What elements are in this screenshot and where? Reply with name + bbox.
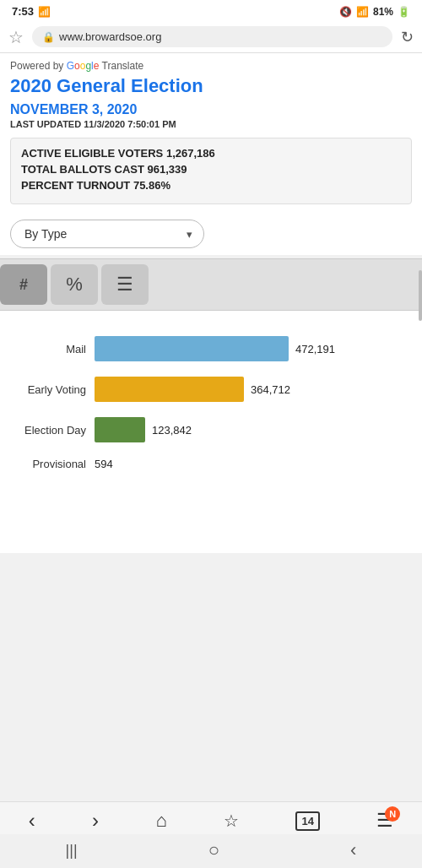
chart-bar-container: 472,191 bbox=[95, 336, 412, 361]
address-bar: ☆ 🔒 www.browardsoe.org ↻ bbox=[0, 21, 422, 53]
chart-bar-container: 594 bbox=[95, 458, 412, 470]
dropdown-section: By Type By Party By Gender By Age ▾ bbox=[10, 213, 412, 255]
wifi-icon: 📶 bbox=[356, 6, 369, 18]
menu-button[interactable]: ☰ N bbox=[376, 810, 393, 832]
forward-button[interactable]: › bbox=[92, 809, 99, 833]
chart-bar-label: Mail bbox=[10, 343, 95, 355]
status-time: 7:53 📶 bbox=[12, 5, 51, 18]
chart-bar-value: 123,842 bbox=[152, 424, 192, 437]
favorite-icon[interactable]: ☆ bbox=[8, 27, 24, 47]
bookmark-button[interactable]: ☆ bbox=[224, 811, 239, 831]
percent-turnout-value: 75.86% bbox=[133, 179, 170, 192]
status-right: 🔇 📶 81% 🔋 bbox=[339, 6, 410, 18]
url-box[interactable]: 🔒 www.browardsoe.org bbox=[32, 26, 392, 47]
ballots-cast-label: TOTAL BALLOTS CAST bbox=[21, 163, 144, 176]
tab-list[interactable]: ☰ bbox=[101, 264, 149, 305]
ballots-cast-row: TOTAL BALLOTS CAST 961,339 bbox=[21, 163, 401, 176]
reload-icon[interactable]: ↻ bbox=[401, 28, 414, 46]
home-button[interactable]: ⌂ bbox=[155, 810, 166, 832]
home-gesture-icon[interactable]: ○ bbox=[208, 839, 219, 861]
bookmark-icon: ☆ bbox=[224, 811, 239, 831]
chart-bar-label: Provisional bbox=[10, 458, 95, 470]
google-brand: Google bbox=[67, 60, 102, 72]
chart-row: Mail472,191 bbox=[10, 336, 412, 361]
status-bar: 7:53 📶 🔇 📶 81% 🔋 bbox=[0, 0, 422, 21]
scroll-indicator bbox=[419, 270, 422, 321]
percent-icon: % bbox=[66, 274, 83, 296]
last-updated-label: LAST UPDATED bbox=[10, 119, 81, 129]
tabs-button[interactable]: 14 bbox=[295, 811, 319, 831]
powered-by-bar: Powered by Google Translate bbox=[10, 60, 412, 72]
election-title: 2020 General Election bbox=[10, 75, 412, 97]
last-updated-value: 11/3/2020 7:50:01 PM bbox=[84, 119, 176, 129]
chart-bar-value: 364,712 bbox=[251, 383, 290, 396]
chart-bar-fill bbox=[95, 336, 289, 361]
lock-icon: 🔒 bbox=[42, 31, 55, 43]
percent-turnout-label: PERCENT TURNOUT bbox=[21, 179, 130, 192]
battery-text: 81% bbox=[373, 6, 393, 18]
home-icon: ⌂ bbox=[155, 810, 166, 832]
dropdown-wrapper[interactable]: By Type By Party By Gender By Age ▾ bbox=[10, 220, 204, 248]
recent-apps-icon[interactable]: ||| bbox=[66, 842, 78, 860]
ballots-cast-value: 961,339 bbox=[148, 163, 187, 176]
chart-bar-container: 123,842 bbox=[95, 417, 412, 442]
translate-text: Translate bbox=[102, 60, 144, 72]
percent-turnout-row: PERCENT TURNOUT 75.86% bbox=[21, 179, 401, 192]
menu-badge: N bbox=[385, 806, 400, 822]
chart-section: Mail472,191Early Voting364,712Election D… bbox=[0, 311, 422, 553]
view-type-select[interactable]: By Type By Party By Gender By Age bbox=[10, 220, 204, 248]
chart-row: Early Voting364,712 bbox=[10, 377, 412, 402]
bottom-nav: ‹ › ⌂ ☆ 14 ☰ N bbox=[0, 801, 422, 838]
last-updated: LAST UPDATED 11/3/2020 7:50:01 PM bbox=[10, 119, 412, 129]
active-voters-row: ACTIVE ELIGIBLE VOTERS 1,267,186 bbox=[21, 147, 401, 160]
time-display: 7:53 bbox=[12, 5, 34, 18]
mute-icon: 🔇 bbox=[339, 6, 352, 18]
tabs-icon: 14 bbox=[295, 811, 319, 831]
numbers-icon: # bbox=[19, 276, 28, 294]
active-voters-value: 1,267,186 bbox=[166, 147, 215, 160]
tab-numbers[interactable]: # bbox=[0, 264, 47, 305]
page-content: Powered by Google Translate 2020 General… bbox=[0, 53, 422, 255]
chart-row: Election Day123,842 bbox=[10, 417, 412, 442]
chart-bar-value: 472,191 bbox=[295, 343, 335, 355]
chart-bar-value: 594 bbox=[95, 458, 113, 470]
icon-tabs: # % ☰ bbox=[0, 258, 422, 311]
chart-row: Provisional594 bbox=[10, 458, 412, 470]
tab-percent[interactable]: % bbox=[51, 264, 98, 305]
chart-bar-fill bbox=[95, 377, 244, 402]
list-icon: ☰ bbox=[116, 274, 133, 296]
powered-by-text: Powered by bbox=[10, 60, 67, 72]
election-date: NOVEMBER 3, 2020 bbox=[10, 102, 412, 117]
forward-icon: › bbox=[92, 809, 99, 833]
url-text: www.browardsoe.org bbox=[59, 30, 161, 43]
back-icon: ‹ bbox=[29, 809, 35, 833]
chart-bar-container: 364,712 bbox=[95, 377, 412, 402]
active-voters-label: ACTIVE ELIGIBLE VOTERS bbox=[21, 147, 163, 160]
back-gesture-icon[interactable]: ‹ bbox=[350, 839, 356, 861]
chart-bar-label: Election Day bbox=[10, 424, 95, 437]
stats-section: ACTIVE ELIGIBLE VOTERS 1,267,186 TOTAL B… bbox=[10, 138, 412, 204]
signal-icon: 📶 bbox=[38, 6, 51, 18]
back-button[interactable]: ‹ bbox=[29, 809, 35, 833]
chart-bar-label: Early Voting bbox=[10, 383, 95, 396]
gesture-bar: ||| ○ ‹ bbox=[0, 834, 422, 868]
chart-bar-fill bbox=[95, 417, 145, 442]
chart-bars: Mail472,191Early Voting364,712Election D… bbox=[10, 336, 412, 470]
battery-icon: 🔋 bbox=[398, 6, 410, 18]
